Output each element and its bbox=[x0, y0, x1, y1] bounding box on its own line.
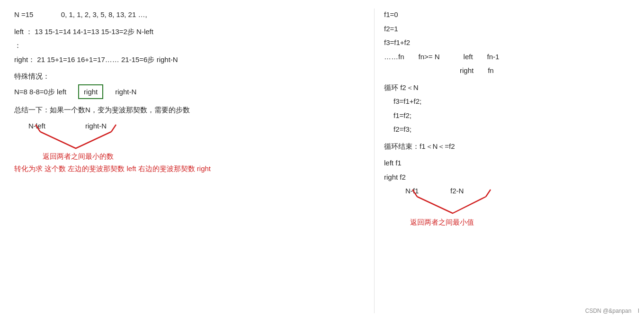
left-line: left ： 13 15-1=14 14-1=13 15-13=2步 N-lef… bbox=[14, 26, 365, 38]
right-arrow-area: N-f1 f2-N 返回两者之间最小值 bbox=[384, 185, 635, 223]
transform-line: 转化为求 这个数 左边的斐波那契数 left 右边的斐波那契数 right bbox=[14, 163, 365, 175]
special-calc: N=8 8-8=0步 left bbox=[14, 88, 66, 96]
loop2-line: f1=f2; bbox=[394, 109, 635, 122]
fn1-label: fn-1 bbox=[487, 51, 500, 63]
loop1-line: f3=f1+f2; bbox=[394, 95, 635, 108]
right-boxed: right bbox=[78, 84, 103, 100]
left-f1-line: left f1 bbox=[384, 157, 635, 169]
colon-line: ： bbox=[14, 39, 365, 52]
summary-text: 总结一下：如果一个数N，变为斐波那契数，需要的步数 bbox=[14, 106, 190, 114]
n15-text: N =15 bbox=[14, 10, 33, 18]
special-line: N=8 8-8=0步 left right right-N bbox=[14, 84, 365, 100]
left-calc: left ： 13 15-1=14 14-1=13 15-13=2步 N-lef… bbox=[14, 27, 153, 36]
return-min-text: 返回两者之间最小的数 bbox=[43, 152, 114, 160]
f3-text: f3=f1+f2 bbox=[384, 38, 410, 46]
f2-line: f2=1 bbox=[384, 23, 635, 35]
loop-line: 循环 f2＜N bbox=[384, 82, 635, 94]
svg-text:f2-N: f2-N bbox=[450, 187, 464, 195]
loop1-text: f3=f1+f2; bbox=[394, 97, 421, 105]
cursor-text: I bbox=[638, 308, 639, 314]
right-fn-line: right fn bbox=[460, 64, 635, 77]
right-n-text: right-N bbox=[115, 88, 136, 96]
footer-brand: CSDN @&panpan I bbox=[585, 308, 639, 314]
loop3-text: f2=f3; bbox=[394, 125, 411, 133]
f3-line: f3=f1+f2 bbox=[384, 36, 635, 49]
loop2-text: f1=f2; bbox=[394, 111, 411, 119]
fn-label: fn bbox=[488, 64, 494, 77]
loop3-line: f2=f3; bbox=[394, 123, 635, 136]
left-arrow-area: N-left right-N 返回两者之间最小的数 bbox=[14, 120, 365, 158]
red-return-label: 返回两者之间最小的数 bbox=[43, 152, 365, 161]
svg-text:N-f1: N-f1 bbox=[405, 187, 419, 195]
loop-end-text: 循环结束：f1＜N＜=f2 bbox=[384, 142, 455, 150]
right-red-return: 返回两者之间最小值 bbox=[410, 218, 635, 227]
summary-line: 总结一下：如果一个数N，变为斐波那契数，需要的步数 bbox=[14, 104, 365, 116]
sequence-text: 0, 1, 1, 2, 3, 5, 8, 13, 21 …, bbox=[61, 10, 147, 18]
dots-fn: ……fn bbox=[384, 51, 404, 63]
right-return-text: 返回两者之间最小值 bbox=[410, 218, 474, 226]
fn-cond: fn>= N bbox=[419, 51, 440, 63]
special-text: 特殊情况： bbox=[14, 72, 50, 80]
colon-text: ： bbox=[14, 41, 21, 49]
left-panel: N =15 0, 1, 1, 2, 3, 5, 8, 13, 21 …, lef… bbox=[14, 9, 374, 313]
page-container: N =15 0, 1, 1, 2, 3, 5, 8, 13, 21 …, lef… bbox=[0, 0, 644, 318]
line-n15: N =15 0, 1, 1, 2, 3, 5, 8, 13, 21 …, bbox=[14, 9, 365, 21]
brand-text: CSDN @&panpan bbox=[585, 308, 632, 314]
right-calc: right： 21 15+1=16 16+1=17…… 21-15=6步 rig… bbox=[14, 55, 178, 64]
left-fn-label: left bbox=[464, 51, 473, 63]
f1-text: f1=0 bbox=[384, 10, 398, 18]
right-line: right： 21 15+1=16 16+1=17…… 21-15=6步 rig… bbox=[14, 54, 365, 66]
left-arrow-svg: N-left right-N bbox=[14, 120, 147, 155]
right-fn-label: right bbox=[460, 64, 474, 77]
loop-text: 循环 f2＜N bbox=[384, 83, 419, 91]
right-arrow-svg: N-f1 f2-N bbox=[398, 185, 521, 220]
svg-text:right-N: right-N bbox=[85, 122, 107, 130]
f1-line: f1=0 bbox=[384, 9, 635, 21]
fn-line: ……fn fn>= N left fn-1 bbox=[384, 51, 635, 63]
transform-text: 转化为求 这个数 左边的斐波那契数 left 右边的斐波那契数 right bbox=[14, 164, 211, 173]
f2-text: f2=1 bbox=[384, 25, 398, 33]
special-label: 特殊情况： bbox=[14, 70, 365, 82]
left-f1-text: left f1 bbox=[384, 159, 402, 167]
right-panel: f1=0 f2=1 f3=f1+f2 ……fn fn>= N left fn-1… bbox=[374, 9, 635, 313]
right-f2-text: right f2 bbox=[384, 173, 406, 181]
loop-end-line: 循环结束：f1＜N＜=f2 bbox=[384, 140, 635, 153]
svg-text:N-left: N-left bbox=[28, 122, 46, 130]
right-f2-line: right f2 bbox=[384, 171, 635, 183]
